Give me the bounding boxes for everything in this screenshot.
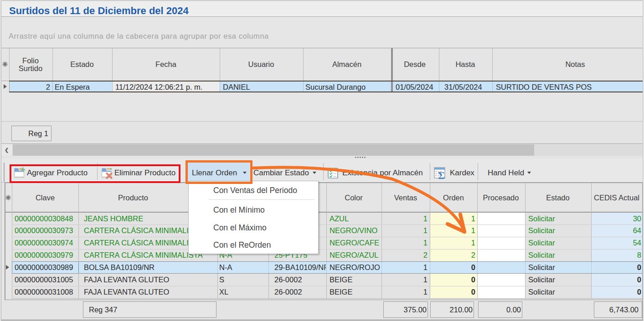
svg-text:Σ: Σ — [438, 170, 445, 181]
